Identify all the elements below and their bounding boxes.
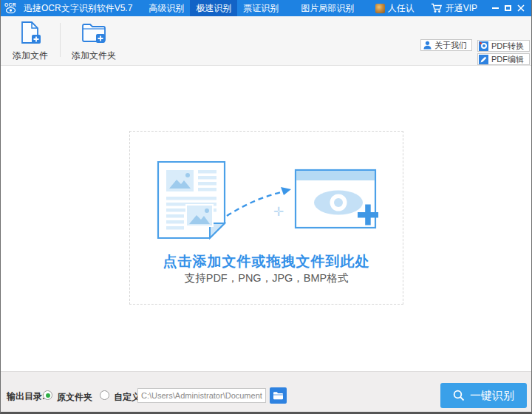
add-folder-icon — [81, 21, 106, 45]
browse-folder-button[interactable] — [270, 387, 287, 404]
pdf-convert-label: PDF转换 — [491, 41, 524, 52]
window-title: 迅捷OCR文字识别软件V5.7 — [24, 2, 132, 15]
tab-advanced-recognition[interactable]: 高级识别 — [143, 0, 190, 16]
dropzone-heading: 点击添加文件或拖拽文件到此处 — [130, 252, 403, 271]
radio-custom-label[interactable]: 自定义 — [114, 391, 140, 404]
radio-original-folder[interactable] — [43, 390, 52, 400]
titlebar-right: 人任认 开通VIP — [375, 2, 531, 15]
app-window: OCR 迅捷OCR文字识别软件V5.7 高级识别 极速识别 票证识别 图片局部识… — [0, 0, 532, 414]
output-dir-label: 输出目录: — [7, 390, 45, 403]
close-icon — [517, 4, 525, 12]
toolbar: 添加文件 添加文件夹 关于我们 PDF转换 — [1, 16, 531, 66]
minimize-button[interactable] — [489, 2, 502, 14]
title-bar: OCR 迅捷OCR文字识别软件V5.7 高级识别 极速识别 票证识别 图片局部识… — [1, 0, 531, 16]
tab-fast-recognition[interactable]: 极速识别 — [190, 0, 237, 16]
bottom-bar: 输出目录: 原文件夹 自定义 一键识别 — [1, 371, 531, 412]
folder-icon — [273, 391, 284, 400]
about-us-button[interactable]: 关于我们 — [420, 39, 472, 51]
eye-icon — [6, 7, 16, 13]
radio-original-folder-label[interactable]: 原文件夹 — [57, 391, 92, 404]
add-file-label: 添加文件 — [7, 50, 54, 62]
toolbar-divider — [60, 23, 61, 57]
pdf-edit-button[interactable]: PDF编辑 — [477, 53, 530, 65]
main-tabs: 高级识别 极速识别 票证识别 图片局部识别 — [143, 0, 360, 16]
maximize-button[interactable] — [502, 2, 514, 14]
add-file-icon — [19, 21, 41, 45]
pdf-edit-icon — [479, 55, 488, 64]
tab-partial-image-recognition[interactable]: 图片局部识别 — [295, 0, 360, 16]
add-folder-button[interactable]: 添加文件夹 — [66, 21, 122, 62]
file-drop-zone[interactable]: ✛ 点击添加文件或拖拽文件到此处 支持PDF，PNG，JPG，BMP格式 — [129, 131, 403, 305]
pdf-convert-button[interactable]: PDF转换 — [477, 40, 530, 52]
open-vip-label: 开通VIP — [446, 2, 477, 15]
add-file-button[interactable]: 添加文件 — [7, 21, 54, 62]
customer-service-link[interactable]: 人任认 — [388, 2, 415, 15]
add-folder-label: 添加文件夹 — [66, 50, 122, 62]
dropzone-supported-formats: 支持PDF，PNG，JPG，BMP格式 — [130, 271, 403, 285]
customer-service-avatar — [375, 4, 385, 13]
about-us-label: 关于我们 — [434, 40, 467, 51]
viewer-window-illustration-icon — [294, 169, 380, 231]
output-path-input[interactable] — [137, 388, 266, 403]
radio-custom[interactable] — [100, 390, 109, 400]
main-area: ✛ 点击添加文件或拖拽文件到此处 支持PDF，PNG，JPG，BMP格式 — [1, 66, 531, 370]
close-button[interactable] — [514, 2, 527, 14]
window-controls — [489, 2, 527, 14]
move-cross-icon: ✛ — [273, 206, 284, 218]
pdf-edit-label: PDF编辑 — [491, 54, 524, 65]
document-illustration-icon — [157, 160, 226, 240]
person-icon — [423, 41, 432, 50]
pdf-convert-icon — [479, 41, 488, 51]
magnifier-icon — [453, 390, 465, 401]
app-logo-icon: OCR — [1, 0, 20, 16]
one-click-recognize-label: 一键识别 — [470, 389, 514, 403]
tab-ticket-recognition[interactable]: 票证识别 — [237, 0, 284, 16]
cart-icon — [431, 3, 443, 13]
open-vip-link[interactable]: 开通VIP — [431, 2, 477, 15]
one-click-recognize-button[interactable]: 一键识别 — [440, 383, 527, 408]
